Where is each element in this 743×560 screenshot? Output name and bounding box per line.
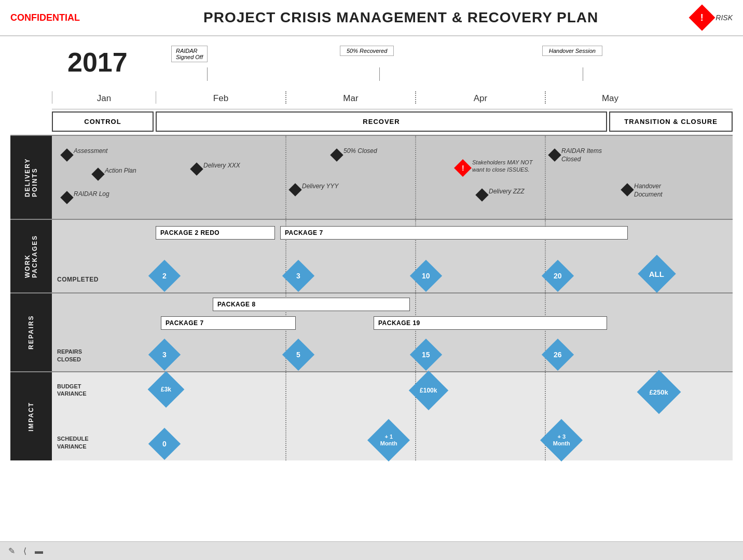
month-mar: Mar: [285, 91, 415, 104]
vline-mar: [285, 136, 286, 219]
pkg7-bar: PACKAGE 7: [280, 226, 628, 240]
phase-row: CONTROL RECOVER TRANSITION & CLOSURE: [10, 111, 733, 132]
rep-vline-may: [545, 293, 546, 371]
page-header: CONFIDENTIAL PROJECT CRISIS MANAGEMENT &…: [0, 0, 743, 36]
phase-bars: CONTROL RECOVER TRANSITION & CLOSURE: [52, 111, 733, 132]
month-feb: Feb: [156, 91, 285, 104]
pkg19-bar: PACKAGE 19: [374, 316, 607, 330]
phase-recover: RECOVER: [156, 111, 607, 132]
diamond-actionplan: [91, 167, 104, 180]
impact-section: IMPACT BUDGETVARIANCE £3k £100k £250k SC…: [10, 371, 733, 460]
bottom-toolbar: ✎ ⟨ ▬: [0, 541, 743, 560]
diamond-delivzzz: [475, 188, 488, 201]
label-raidarlog: RAIDAR Log: [74, 190, 109, 198]
label-delivxxx: Delivery XXX: [203, 162, 240, 169]
pkg2-redo-bar: PACKAGE 2 REDO: [156, 226, 275, 240]
diamond-handoverdoc: [621, 183, 634, 196]
phase-control: CONTROL: [52, 111, 154, 132]
vline-apr: [415, 136, 416, 219]
wp-milestone-20: 20: [542, 260, 574, 292]
month-may: May: [545, 91, 675, 104]
work-packages-content: PACKAGE 2 REDO PACKAGE 7 COMPLETED 2 3 1…: [52, 220, 733, 292]
toolbar-icon-3[interactable]: ▬: [35, 547, 43, 556]
diamond-delivxxx: [190, 162, 203, 175]
budget-250k: £250k: [637, 370, 681, 414]
impact-label: IMPACT: [10, 372, 52, 460]
month-jan: Jan: [52, 91, 156, 104]
vline-may: [545, 136, 546, 219]
work-packages-label: WORKPACKAGES: [10, 220, 52, 292]
label-raidarclosed: RAIDAR ItemsClosed: [561, 147, 602, 163]
label-actionplan: Action Plan: [105, 167, 136, 174]
confidential-label: CONFIDENTIAL: [10, 12, 93, 23]
risk-area: ! RISK: [693, 8, 733, 27]
diamond-delivyyy: [288, 183, 301, 196]
rep-milestone-3: 3: [148, 339, 181, 371]
rep-milestone-26: 26: [542, 339, 574, 371]
pkg8-bar: PACKAGE 8: [213, 298, 410, 311]
repairs-closed-label: REPAIRSCLOSED: [57, 348, 82, 363]
budget-3k: £3k: [148, 371, 185, 408]
callout-50pct: 50% Recovered: [340, 46, 394, 56]
callout-raidar: RAIDAR Signed Off: [171, 46, 208, 62]
delivery-section: DELIVERYPOINTS Assessment Action Plan RA…: [10, 135, 733, 219]
delivery-content: Assessment Action Plan RAIDAR Log Delive…: [52, 136, 733, 219]
pkg7-repair-bar: PACKAGE 7: [161, 316, 296, 330]
repairs-content: PACKAGE 8 PACKAGE 7 PACKAGE 19 REPAIRSCL…: [52, 293, 733, 371]
schedule-3month: + 3Month: [540, 419, 583, 461]
schedule-0: 0: [148, 428, 181, 460]
repairs-section: REPAIRS PACKAGE 8 PACKAGE 7 PACKAGE 19 R…: [10, 292, 733, 371]
toolbar-icon-2[interactable]: ⟨: [23, 546, 26, 556]
label-stakeholders: Stakeholders MAY NOTwant to close ISSUES…: [472, 159, 532, 174]
repairs-label: REPAIRS: [10, 293, 52, 371]
page-title: PROJECT CRISIS MANAGEMENT & RECOVERY PLA…: [109, 9, 693, 26]
month-row: Jan Feb Mar Apr May: [52, 91, 733, 104]
label-delivzzz: Delivery ZZZ: [489, 188, 525, 195]
diamond-assessment: [60, 148, 73, 161]
risk-label: RISK: [716, 13, 733, 22]
diamond-50closed: [330, 148, 343, 161]
completed-label: COMPLETED: [57, 276, 99, 283]
work-packages-section: WORKPACKAGES PACKAGE 2 REDO PACKAGE 7 CO…: [10, 219, 733, 292]
toolbar-icon-1[interactable]: ✎: [8, 546, 15, 556]
header-divider: [52, 109, 733, 109]
risk-icon: !: [689, 5, 716, 31]
rep-milestone-5: 5: [282, 339, 314, 371]
wp-milestone-3: 3: [282, 260, 314, 292]
phase-spacer: [10, 111, 52, 132]
timeline-section: 2017 RAIDAR Signed Off 50% Recovered Han…: [10, 41, 733, 109]
callout-50pct-line: [379, 67, 380, 81]
label-50closed: 50% Closed: [343, 147, 377, 155]
month-apr: Apr: [415, 91, 545, 104]
year-label: 2017: [67, 47, 128, 78]
callout-handover-line: [583, 67, 583, 81]
imp-vline-may: [545, 372, 546, 460]
diamond-raidarlog: [60, 191, 73, 204]
schedule-variance-label: SCHEDULEVARIANCE: [57, 435, 89, 450]
callout-raidar-line: [207, 67, 208, 81]
wp-milestone-2: 2: [148, 260, 181, 292]
budget-variance-label: BUDGETVARIANCE: [57, 383, 87, 398]
timeline-header: 2017 RAIDAR Signed Off 50% Recovered Han…: [52, 41, 733, 109]
label-delivyyy: Delivery YYY: [302, 183, 338, 190]
schedule-1month: + 1Month: [367, 419, 410, 461]
phase-transition: TRANSITION & CLOSURE: [609, 111, 733, 132]
main-content: 2017 RAIDAR Signed Off 50% Recovered Han…: [0, 36, 743, 466]
delivery-label: DELIVERYPOINTS: [10, 136, 52, 219]
diamond-raidarclosed: [548, 148, 561, 161]
imp-vline-mar: [285, 372, 286, 460]
label-handoverdoc: HandoverDocument: [634, 183, 663, 199]
callout-handover: Handover Session: [542, 46, 602, 56]
timeline-spacer: [10, 41, 52, 109]
diamond-stakeholders-risk: !: [454, 159, 472, 177]
label-assessment: Assessment: [74, 147, 107, 155]
wp-milestone-all: ALL: [638, 255, 676, 293]
impact-content: BUDGETVARIANCE £3k £100k £250k SCHEDULEV…: [52, 372, 733, 460]
